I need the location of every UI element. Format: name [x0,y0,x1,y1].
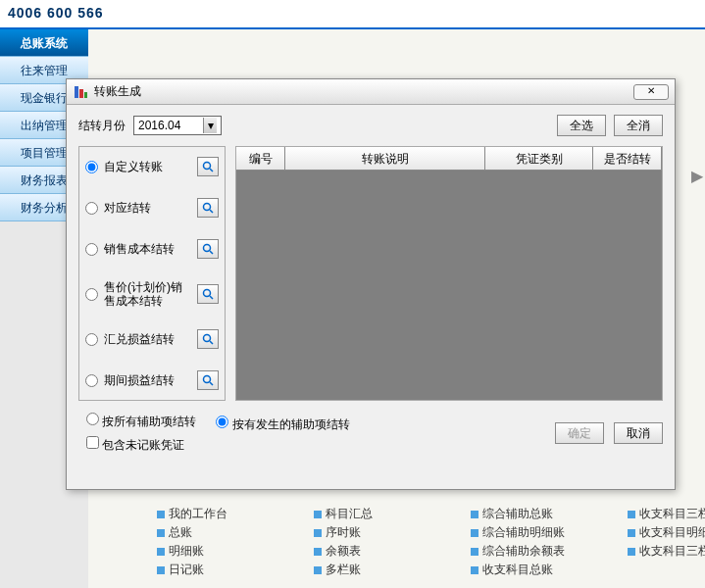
dialog-top-row: 结转月份 2016.04 ▾ 全选 全消 [78,115,663,136]
svg-rect-1 [79,89,83,98]
link-item[interactable]: 收支科目三栏式总账 [628,506,705,522]
bottom-options: 按所有辅助项结转 包含未记账凭证 按有发生的辅助项结转 确定 取消 [78,413,663,454]
select-none-button[interactable]: 全消 [614,115,663,136]
bullet-icon [314,529,322,537]
magnifier-icon [202,288,214,300]
link-item[interactable]: 明细账 [157,543,304,560]
grid-body[interactable] [236,171,662,400]
phone-number: 4006 600 566 [8,5,104,21]
svg-line-4 [210,169,213,172]
link-item[interactable]: 余额表 [314,543,461,560]
radio-corresponding-input[interactable] [85,202,98,215]
lookup-exchange-button[interactable] [197,329,219,349]
collapse-arrow-icon[interactable]: ▶ [691,167,703,185]
svg-point-7 [204,245,211,252]
svg-point-3 [204,163,211,170]
col-is-transfer[interactable]: 是否结转 [593,147,662,170]
bullet-icon [471,529,478,537]
link-item[interactable]: 序时账 [314,524,461,541]
link-item[interactable]: 综合辅助明细账 [471,524,618,541]
lookup-plan-price-button[interactable] [197,284,219,304]
transfer-dialog: 转账生成 ✕ 结转月份 2016.04 ▾ 全选 全消 自定义转账 [66,78,676,490]
cancel-button[interactable]: 取消 [614,422,663,444]
opt-all-aux[interactable]: 按所有辅助项结转 [86,413,196,430]
svg-rect-0 [75,86,78,98]
radio-corresponding[interactable]: 对应结转 [85,198,219,218]
transfer-type-panel: 自定义转账 对应结转 销售成本结转 售价(计划价)销售成本结转 [78,146,226,401]
lookup-custom-button[interactable] [197,157,219,176]
link-item[interactable]: 多栏账 [314,562,461,578]
bullet-icon [628,511,635,518]
sidebar-item-general-ledger[interactable]: 总账系统 [0,29,88,57]
month-label: 结转月份 [78,118,126,134]
select-all-button[interactable]: 全选 [557,115,606,136]
svg-rect-2 [84,92,87,98]
lookup-corresponding-button[interactable] [197,198,219,218]
bullet-icon [471,511,478,518]
svg-line-12 [210,341,213,344]
svg-point-9 [204,290,211,297]
link-item[interactable]: 综合辅助余额表 [471,543,618,560]
svg-point-11 [204,335,211,342]
radio-custom-input[interactable] [85,161,98,173]
bullet-icon [471,566,478,574]
link-item[interactable]: 总账 [157,524,304,541]
svg-line-8 [210,251,213,254]
bullet-icon [314,548,322,556]
magnifier-icon [202,202,214,214]
svg-line-6 [210,210,213,213]
bullet-icon [157,511,165,518]
radio-sales-cost-input[interactable] [85,243,98,256]
radio-period-input[interactable] [85,374,98,387]
app-icon [73,84,88,100]
link-item[interactable]: 收支科目三栏式明细账 [628,543,705,560]
bullet-icon [628,548,635,556]
svg-line-14 [210,382,213,385]
top-banner: 4006 600 566 [0,0,705,29]
radio-custom[interactable]: 自定义转账 [85,157,219,176]
dialog-titlebar: 转账生成 ✕ [67,79,675,105]
bullet-icon [157,566,165,574]
bullet-icon [314,566,322,574]
bullet-icon [471,548,478,556]
col-number[interactable]: 编号 [236,147,285,170]
radio-period[interactable]: 期间损益结转 [85,370,219,390]
bullet-icon [157,548,165,556]
bullet-icon [157,529,165,537]
grid-header: 编号 转账说明 凭证类别 是否结转 [236,147,662,171]
col-voucher-type[interactable]: 凭证类别 [485,147,593,170]
bullet-icon [628,529,635,537]
radio-exchange[interactable]: 汇兑损益结转 [85,329,219,349]
transfer-grid: 编号 转账说明 凭证类别 是否结转 [235,146,663,401]
ok-button[interactable]: 确定 [555,422,604,444]
bullet-icon [314,511,322,518]
opt-include-unposted[interactable]: 包含未记账凭证 [86,436,196,454]
link-item[interactable]: 科目汇总 [314,506,461,522]
radio-plan-price-input[interactable] [85,288,98,301]
month-select[interactable]: 2016.04 ▾ [133,116,222,135]
link-item[interactable]: 日记账 [157,562,304,578]
links-area: 我的工作台 科目汇总 综合辅助总账 收支科目三栏式总账 总账 序时账 综合辅助明… [157,506,705,578]
dialog-title: 转账生成 [94,83,141,100]
dropdown-arrow-icon: ▾ [203,118,217,133]
link-item[interactable]: 我的工作台 [157,506,304,522]
magnifier-icon [202,161,214,172]
radio-sales-cost[interactable]: 销售成本结转 [85,239,219,259]
svg-line-10 [210,296,213,299]
magnifier-icon [202,243,214,255]
link-item[interactable]: 收支科目总账 [471,562,618,578]
link-item[interactable]: 收支科目明细账 [628,524,705,541]
link-item[interactable]: 综合辅助总账 [471,506,618,522]
svg-point-13 [204,376,211,383]
lookup-sales-cost-button[interactable] [197,239,219,259]
radio-exchange-input[interactable] [85,333,98,346]
radio-plan-price[interactable]: 售价(计划价)销售成本结转 [85,280,219,308]
svg-point-5 [204,204,211,211]
lookup-period-button[interactable] [197,370,219,390]
close-button[interactable]: ✕ [633,84,669,100]
col-desc[interactable]: 转账说明 [285,147,485,170]
month-value: 2016.04 [138,119,180,132]
magnifier-icon [202,374,214,386]
opt-occur-aux[interactable]: 按有发生的辅助项结转 [216,416,349,433]
magnifier-icon [202,333,214,345]
